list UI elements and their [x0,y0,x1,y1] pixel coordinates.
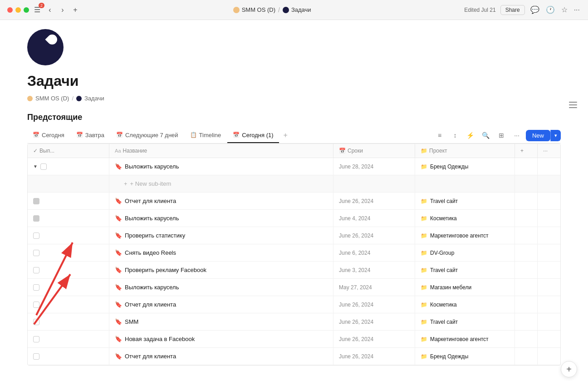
row5-checkbox[interactable] [33,233,39,239]
search-icon[interactable]: 🔍 [480,129,492,142]
row5-add [515,227,538,244]
folder-icon: 📁 [421,284,427,291]
row9-status [28,296,109,313]
col-date: 📅 Сроки [333,144,415,158]
row9-checkbox[interactable] [33,302,39,308]
row12-name[interactable]: 🔖 Отчет для клиента [109,348,333,365]
expand-icon[interactable]: ▼ [33,164,38,169]
back-icon[interactable]: ‹ [45,5,54,15]
bookmark-icon: 🔖 [115,232,122,239]
pb-current-label[interactable]: Задачи [84,95,104,102]
comment-icon[interactable]: 💬 [529,5,540,15]
browser-chrome: ☰ 2 ‹ › + SMM OS (D) / Задачи Edited Jul… [0,0,588,20]
right-sidebar-toggle[interactable] [569,102,577,108]
pb-current-icon [76,96,82,101]
forward-icon[interactable]: › [58,5,67,15]
col-more[interactable]: ··· [538,144,560,158]
breadcrumb-separator: / [278,6,280,14]
row11-name[interactable]: 🔖 Новая задача в Facebook [109,331,333,347]
bookmark-icon: 🔖 [115,267,122,273]
tab-tomorrow[interactable]: 📅 Завтра [71,128,110,143]
tab-today-1[interactable]: 📅 Сегодня (1) [227,128,279,143]
star-icon[interactable]: ☆ [560,5,568,15]
row4-checkbox[interactable] [33,215,39,222]
row12-add [515,348,538,365]
lightning-icon[interactable]: ⚡ [464,129,477,142]
table-row: 🔖 Новая задача в Facebook June 26, 2024 … [28,331,560,348]
row9-name[interactable]: 🔖 Отчет для клиента [109,296,333,313]
row7-checkbox[interactable] [33,267,39,273]
col-status: ✓ Вып... [28,144,109,158]
row10-checkbox[interactable] [33,319,39,325]
group-icon[interactable]: ⊞ [495,129,508,142]
row8-status [28,279,109,296]
subrow-name[interactable]: + + New sub-item [109,175,333,192]
row11-status [28,331,109,347]
close-button[interactable] [7,7,13,13]
row1-date: June 28, 2024 [333,158,415,175]
table-header: ✓ Вып... Аа Название 📅 Сроки 📁 Проект + … [28,144,560,158]
row1-name[interactable]: 🔖 Выложить карусель [109,158,333,175]
filter-icon[interactable]: ≡ [433,129,446,142]
add-page-icon[interactable]: + [71,5,80,15]
breadcrumb-current[interactable]: Задачи [283,6,311,13]
row4-name[interactable]: 🔖 Выложить карусель [109,210,333,227]
breadcrumb-parent[interactable]: SMM OS (D) [233,6,275,13]
sort-icon[interactable]: ↕ [449,129,461,142]
row6-checkbox[interactable] [33,250,39,256]
row7-date: June 3, 2024 [333,262,415,278]
row12-checkbox[interactable] [33,353,39,360]
sub-item-row: + + New sub-item [28,175,560,193]
add-page-button[interactable]: + [561,361,577,375]
tab-next7days[interactable]: 📅 Следующие 7 дней [111,128,184,143]
new-button-dropdown[interactable]: ▾ [550,130,561,141]
col-add[interactable]: + [515,144,538,158]
row11-date: June 26, 2024 [333,331,415,347]
row3-checkbox[interactable] [33,198,39,204]
folder-icon: 📁 [421,250,427,256]
tab-timeline[interactable]: 📋 Timeline [185,128,227,143]
maximize-button[interactable] [24,7,29,13]
row4-date: June 4, 2024 [333,210,415,227]
row4-more [538,210,560,227]
row12-date: June 26, 2024 [333,348,415,365]
more-icon[interactable]: ··· [573,5,581,15]
row1-checkbox[interactable] [40,163,47,170]
parent-icon [233,7,240,13]
bookmark-icon: 🔖 [115,163,122,170]
add-tab-button[interactable]: + [280,128,291,143]
tab-today-icon: 📅 [33,132,39,138]
folder-icon: 📁 [421,233,427,239]
row7-name[interactable]: 🔖 Проверить рекламу Facebook [109,262,333,278]
row3-more [538,193,560,209]
pb-parent-label[interactable]: SMM OS (D) [35,95,69,102]
row5-status [28,227,109,244]
toolbar-icons: ≡ ↕ ⚡ 🔍 ⊞ ··· New ▾ [433,129,561,142]
row8-checkbox[interactable] [33,284,39,291]
minimize-button[interactable] [15,7,21,13]
new-button[interactable]: New [526,130,550,141]
row6-add [515,244,538,261]
table-row: 🔖 Выложить карусель May 27, 2024 📁 Магаз… [28,279,560,296]
edited-timestamp: Edited Jul 21 [464,7,495,13]
row11-checkbox[interactable] [33,336,39,342]
history-icon[interactable]: 🕐 [545,5,556,15]
share-button[interactable]: Share [500,5,525,15]
new-button-group: New ▾ [526,130,561,141]
page-icon-container [27,29,561,65]
table-row: 🔖 Проверить рекламу Facebook June 3, 202… [28,262,560,279]
row4-add [515,210,538,227]
bookmark-icon: 🔖 [115,318,122,325]
row10-name[interactable]: 🔖 SMM [109,313,333,330]
row8-name[interactable]: 🔖 Выложить карусель [109,279,333,296]
row5-name[interactable]: 🔖 Проверить статистику [109,227,333,244]
more-options-icon[interactable]: ··· [510,129,523,142]
row6-name[interactable]: 🔖 Снять видео Reels [109,244,333,261]
main-content: Задачи SMM OS (D) / Задачи Предстоящие 📅… [0,20,588,375]
row8-project: 📁 Магазин мебели [415,279,515,296]
tab-today[interactable]: 📅 Сегодня [27,128,70,143]
row3-name[interactable]: 🔖 Отчет для клиента [109,193,333,209]
row6-date: June 6, 2024 [333,244,415,261]
data-table: ✓ Вып... Аа Название 📅 Сроки 📁 Проект + … [27,144,561,366]
folder-icon: 📁 [421,353,427,360]
